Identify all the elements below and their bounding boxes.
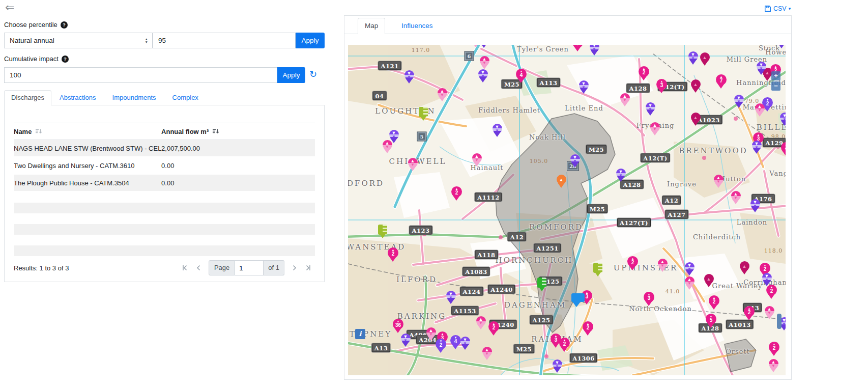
- abstraction-marker[interactable]: ▼▼: [552, 359, 562, 374]
- discharge-cluster-marker[interactable]: ▲7: [716, 74, 726, 89]
- col-header-name[interactable]: Name: [14, 128, 32, 135]
- large-discharge-marker[interactable]: ▲: [704, 274, 714, 288]
- discharge-cluster-marker[interactable]: ▲7: [572, 45, 583, 51]
- abstraction-marker[interactable]: ▼▼: [446, 291, 456, 305]
- abstraction-marker[interactable]: ▼▼: [756, 62, 766, 76]
- abstraction-marker[interactable]: ▼▼: [688, 51, 698, 66]
- abstraction-marker[interactable]: ▼▼: [460, 337, 470, 351]
- abstraction-marker[interactable]: ▼▼: [779, 113, 786, 127]
- abstraction-marker[interactable]: ▼▼: [492, 124, 502, 138]
- tab-complex[interactable]: Complex: [164, 90, 207, 105]
- abstraction-marker[interactable]: ▼▼: [750, 199, 760, 213]
- abstraction-marker[interactable]: ▼▼: [645, 102, 655, 117]
- large-discharge-marker[interactable]: ▲: [690, 79, 701, 94]
- discharge-marker[interactable]: ▲▼: [426, 327, 436, 342]
- tab-map[interactable]: Map: [358, 18, 385, 34]
- discharge-marker[interactable]: ▲▼: [382, 140, 392, 154]
- sort-icon-active[interactable]: [212, 128, 219, 134]
- back-icon[interactable]: ⇐: [5, 1, 14, 14]
- zoom-in-button[interactable]: +: [771, 71, 780, 80]
- impoundment-marker[interactable]: [593, 263, 603, 277]
- discharge-marker[interactable]: ▲▼: [437, 88, 447, 102]
- prev-page-button[interactable]: [195, 264, 202, 271]
- abstraction-marker[interactable]: ▼▼: [734, 95, 744, 109]
- percentile-input[interactable]: [153, 33, 296, 48]
- discharge-marker[interactable]: ▲▼: [657, 259, 668, 273]
- percentile-select[interactable]: Natural annual ▲▼: [4, 33, 153, 48]
- abstraction-marker[interactable]: ▼▼: [751, 141, 762, 155]
- cumulative-apply-button[interactable]: Apply: [277, 67, 305, 83]
- discharge-cluster-marker[interactable]: ▲2: [639, 66, 649, 80]
- sort-icon[interactable]: [35, 128, 42, 134]
- discharge-cluster-marker[interactable]: ▲2: [627, 256, 638, 270]
- discharge-cluster-marker[interactable]: ▲2: [709, 295, 719, 310]
- discharge-cluster-marker[interactable]: ▲4: [516, 69, 526, 83]
- abstraction-marker[interactable]: ▼▼: [684, 262, 695, 276]
- discharge-cluster-marker[interactable]: ▲3: [656, 79, 667, 93]
- selected-marker[interactable]: [571, 293, 582, 308]
- tab-abstractions[interactable]: Abstractions: [51, 90, 104, 105]
- impoundment-marker[interactable]: [537, 278, 547, 292]
- discharge-marker[interactable]: ▲▼: [713, 175, 724, 189]
- next-page-button[interactable]: [291, 264, 298, 271]
- table-row[interactable]: Two Dwellings and Nursery - CATM.36100.0…: [14, 157, 315, 175]
- large-discharge-marker[interactable]: ▲: [690, 113, 701, 127]
- abstraction-marker[interactable]: ▼▼: [570, 154, 580, 169]
- abstraction-marker[interactable]: ▼▼: [776, 45, 786, 49]
- impoundment-marker[interactable]: [418, 107, 428, 121]
- discharge-cluster-marker[interactable]: ▲2: [744, 306, 754, 320]
- discharge-cluster-marker[interactable]: ▲2: [583, 321, 593, 336]
- abstraction-marker[interactable]: ▼▼: [404, 70, 414, 85]
- discharge-cluster-marker[interactable]: ▲2: [766, 285, 776, 299]
- discharge-marker[interactable]: ▲▼: [764, 306, 774, 320]
- abstraction-cluster-marker[interactable]: ▼2: [436, 339, 446, 353]
- discharge-cluster-marker[interactable]: ▲2: [769, 342, 779, 356]
- page-input[interactable]: [235, 260, 264, 275]
- discharge-cluster-marker[interactable]: ▲2: [451, 186, 461, 201]
- csv-export-button[interactable]: CSV ▾: [764, 5, 791, 12]
- tab-influences[interactable]: Influences: [396, 18, 438, 34]
- table-row[interactable]: The Plough Public House - CATM.35040.00: [14, 175, 315, 192]
- refresh-icon[interactable]: ↻: [309, 69, 317, 80]
- discharge-marker[interactable]: ▲▼: [472, 153, 482, 168]
- discharge-marker[interactable]: ▲▼: [731, 191, 741, 205]
- discharge-cluster-marker[interactable]: ▲5: [706, 314, 716, 328]
- abstraction-marker[interactable]: ▼▼: [578, 80, 589, 95]
- discharge-marker[interactable]: ▲▼: [755, 103, 765, 118]
- map-scrollbar-thumb[interactable]: [777, 314, 782, 329]
- first-page-button[interactable]: [181, 264, 188, 271]
- discharge-marker[interactable]: ▲▼: [650, 122, 660, 136]
- discharge-marker[interactable]: ▲▼: [408, 158, 418, 172]
- discharge-cluster-marker[interactable]: ▲36: [393, 319, 403, 333]
- discharge-cluster-marker[interactable]: ▲3: [644, 292, 654, 306]
- discharge-marker[interactable]: ▲▼: [479, 56, 489, 70]
- discharge-marker[interactable]: ▲▼: [482, 347, 492, 361]
- discharge-cluster-marker[interactable]: ▲4: [781, 142, 786, 156]
- discharge-marker[interactable]: ▲▼: [684, 276, 695, 291]
- tab-discharges[interactable]: Discharges: [4, 90, 51, 105]
- help-icon[interactable]: ?: [61, 21, 68, 29]
- last-page-button[interactable]: [305, 264, 312, 271]
- discharge-cluster-marker[interactable]: ▲2: [488, 321, 499, 336]
- col-header-annual-flow[interactable]: Annual flow m³: [161, 128, 209, 135]
- discharge-marker[interactable]: ▲▼: [768, 359, 778, 373]
- abstraction-marker[interactable]: ▼▼: [616, 169, 626, 183]
- help-icon[interactable]: ?: [62, 56, 69, 63]
- cumulative-input[interactable]: [4, 67, 277, 83]
- table-row[interactable]: NAGS HEAD LANE STW (Brentwood STW) - CEL…: [14, 140, 315, 157]
- tab-impoundments[interactable]: Impoundments: [104, 90, 164, 105]
- map-canvas[interactable]: + − i Tyler's GreenStockHowe GrMill Gree…: [348, 45, 786, 375]
- complex-marker[interactable]: ▲: [556, 175, 566, 189]
- abstraction-cluster-marker[interactable]: ▼4: [450, 335, 460, 349]
- discharge-cluster-marker[interactable]: ▲2: [559, 338, 569, 352]
- discharge-marker[interactable]: ▲▼: [476, 316, 486, 330]
- abstraction-marker[interactable]: ▼▼: [479, 45, 489, 49]
- impoundment-marker[interactable]: [378, 225, 388, 239]
- discharge-cluster-marker[interactable]: ▲2: [388, 247, 398, 262]
- large-discharge-marker[interactable]: ▲: [739, 261, 749, 275]
- large-discharge-marker[interactable]: ▲: [700, 52, 710, 67]
- abstraction-marker[interactable]: ▼▼: [478, 69, 488, 84]
- zoom-out-button[interactable]: −: [771, 81, 780, 91]
- percentile-apply-button[interactable]: Apply: [296, 33, 325, 48]
- info-button[interactable]: i: [355, 329, 365, 339]
